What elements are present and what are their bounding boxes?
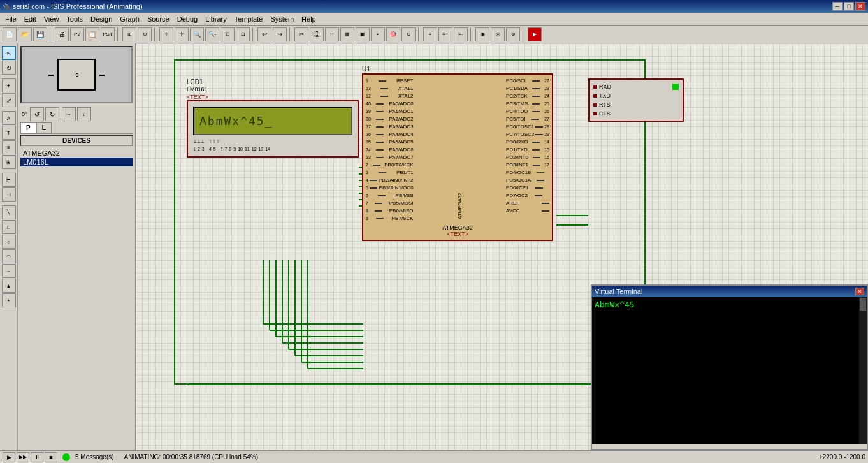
block-button[interactable]: ▦: [340, 27, 354, 41]
arc-tool[interactable]: ◠: [2, 249, 16, 263]
device-item-lm016l[interactable]: LM016L: [20, 158, 133, 166]
rotate-left-button[interactable]: ↺: [30, 107, 44, 121]
flip-h-button[interactable]: ↔: [62, 107, 76, 121]
maximize-button[interactable]: □: [844, 2, 854, 11]
print2-button[interactable]: P2: [70, 27, 84, 41]
simulate-btn[interactable]: ▶: [528, 27, 542, 41]
lcd-screen: AbmWx^45_: [193, 107, 352, 135]
terminal-tool[interactable]: ⊢: [2, 173, 16, 187]
bus-tool[interactable]: ≡: [2, 140, 16, 154]
block3-button[interactable]: ▪: [371, 27, 385, 41]
zoom-area-button[interactable]: ⊟: [236, 27, 250, 41]
pick-button[interactable]: 🎯: [386, 27, 400, 41]
menu-design[interactable]: Design: [87, 14, 116, 24]
pause-button[interactable]: ⏸: [31, 452, 43, 462]
pin-pc5: PC5/TDI27: [506, 116, 549, 122]
cut-button[interactable]: ✂: [294, 27, 308, 41]
canvas-area[interactable]: LCD1 LM016L <TEXT> AbmWx^45_ ⊥⊥⊥⊤⊤⊤: [136, 43, 868, 450]
device-list: ATMEGA32 LM016L: [20, 149, 133, 449]
select-tool[interactable]: ↖: [2, 46, 16, 60]
circle-tool[interactable]: ○: [2, 235, 16, 249]
title-bar: 🔌 serial com - ISIS Professional (Animat…: [0, 0, 868, 13]
play-button[interactable]: ▶: [3, 452, 15, 462]
box-tool[interactable]: □: [2, 220, 16, 234]
undo-button[interactable]: ↩: [257, 27, 271, 41]
copy-button[interactable]: 📋: [85, 27, 99, 41]
menu-template[interactable]: Template: [231, 14, 267, 24]
label-tool[interactable]: A: [2, 111, 16, 125]
prop3-button[interactable]: ≡-: [454, 27, 468, 41]
play-fast-button[interactable]: ▶▶: [17, 452, 29, 462]
vt-scrollbar-thumb[interactable]: [860, 298, 866, 311]
pin-tool[interactable]: ⊣: [2, 187, 16, 202]
path-tool[interactable]: ~: [2, 264, 16, 278]
component-tool[interactable]: ↻: [2, 61, 16, 75]
menu-library[interactable]: Library: [201, 14, 231, 24]
pin-pa0: 40PA0/ADC0: [366, 101, 414, 107]
minimize-button[interactable]: ─: [832, 2, 843, 11]
flip-v-button[interactable]: ↕: [77, 107, 91, 121]
pin-pb4: 6PB4/SS: [366, 193, 414, 198]
menu-graph[interactable]: Graph: [116, 14, 143, 24]
uart-component[interactable]: RXD TXD RTS CTS: [588, 78, 684, 122]
junction-tool[interactable]: +: [2, 78, 16, 92]
vt-scrollbar[interactable]: [859, 297, 867, 444]
copy2-button[interactable]: ⿻: [310, 27, 324, 41]
pin-pd4: PD4/OC1B: [506, 170, 549, 175]
lcd-pin-symbols: ⊥⊥⊥⊤⊤⊤: [193, 139, 220, 144]
paste2-button[interactable]: P: [325, 27, 339, 41]
symbol-tool[interactable]: ▲: [2, 279, 16, 293]
stop-button[interactable]: ■: [45, 452, 57, 462]
menu-edit[interactable]: Edit: [20, 14, 40, 24]
subcircuit-tool[interactable]: ⊞: [2, 155, 16, 169]
zoom-out-button[interactable]: 🔍-: [205, 27, 219, 41]
menu-source[interactable]: Source: [143, 14, 173, 24]
pin-pb2: 4PB2/AIN0/INT2: [366, 177, 414, 183]
lcd-component[interactable]: LCD1 LM016L <TEXT> AbmWx^45_ ⊥⊥⊥⊤⊤⊤: [187, 78, 359, 158]
virtual-terminal[interactable]: Virtual Terminal ✕ AbmWx^45: [591, 284, 868, 450]
menu-system[interactable]: System: [266, 14, 298, 24]
paste-button[interactable]: PST: [101, 27, 115, 41]
pick2-button[interactable]: ⊕: [401, 27, 416, 41]
design2-btn[interactable]: ◎: [491, 27, 505, 41]
devices-label: DEVICES: [20, 135, 133, 146]
design-btn[interactable]: ◉: [475, 27, 489, 41]
rotate-right-button[interactable]: ↻: [45, 107, 59, 121]
zoom-in-button[interactable]: 🔍: [190, 27, 204, 41]
grid-toggle[interactable]: ⊞: [122, 27, 136, 41]
close-button[interactable]: ✕: [855, 2, 865, 11]
rotation-indicator: 0° ↺ ↻ ↔ ↕: [18, 106, 135, 122]
save-button[interactable]: 💾: [33, 27, 47, 41]
move-button[interactable]: ✛: [175, 27, 189, 41]
line-tool[interactable]: ╲: [2, 205, 16, 219]
device-item-atmega32[interactable]: ATMEGA32: [20, 149, 133, 158]
mcu-center: ATMEGA32: [453, 77, 466, 222]
vt-close-button[interactable]: ✕: [855, 288, 864, 295]
uart-txd-label: TXD: [599, 92, 611, 99]
print-button[interactable]: 🖨: [55, 27, 69, 41]
pin-aref: AREF: [506, 200, 549, 206]
menu-tools[interactable]: Tools: [62, 14, 87, 24]
prop1-button[interactable]: ≡: [423, 27, 437, 41]
text-tool[interactable]: T: [2, 126, 16, 140]
redo-button[interactable]: ↪: [273, 27, 287, 41]
menu-view[interactable]: View: [40, 14, 63, 24]
menu-help[interactable]: Help: [298, 14, 320, 24]
origin-button[interactable]: ⊕: [138, 27, 152, 41]
prop2-button[interactable]: ≡+: [438, 27, 452, 41]
open-button[interactable]: 📂: [18, 27, 32, 41]
wire-tool[interactable]: ⤢: [2, 93, 16, 107]
pin-pd3: PD3/INT117: [506, 162, 549, 168]
tab-p[interactable]: P: [20, 122, 36, 133]
menu-debug[interactable]: Debug: [173, 14, 201, 24]
marker-tool[interactable]: +: [2, 293, 16, 307]
block2-button[interactable]: ▣: [356, 27, 370, 41]
design3-btn[interactable]: ⊛: [506, 27, 520, 41]
add-button[interactable]: +: [159, 27, 173, 41]
menu-file[interactable]: File: [1, 14, 20, 24]
new-button[interactable]: 📄: [3, 27, 17, 41]
tab-l[interactable]: L: [36, 122, 52, 133]
zoom-fit-button[interactable]: ⊡: [221, 27, 235, 41]
mcu-component[interactable]: U1 9RESET 13XTAL1 12XTAL2 40PA0/ADC0 39P…: [362, 66, 553, 241]
title-bar-left: 🔌 serial com - ISIS Professional (Animat…: [3, 3, 143, 10]
